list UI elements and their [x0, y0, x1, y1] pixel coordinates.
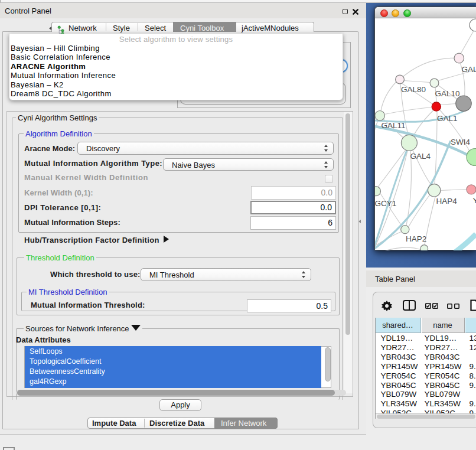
svg-text:GAL80: GAL80 [401, 85, 426, 94]
svg-text:HAP4: HAP4 [436, 197, 458, 206]
svg-text:YJL2: YJL2 [473, 196, 476, 205]
svg-text:SWI4: SWI4 [451, 137, 470, 146]
svg-text:GAL4: GAL4 [410, 152, 431, 161]
svg-text:GAL2: GAL2 [462, 64, 476, 73]
svg-text:HAP2: HAP2 [406, 234, 426, 243]
svg-text:GAL10: GAL10 [435, 89, 460, 98]
svg-text:GAL1: GAL1 [437, 114, 458, 123]
svg-text:GCY1: GCY1 [375, 199, 396, 208]
svg-text:GAL11: GAL11 [382, 121, 406, 130]
